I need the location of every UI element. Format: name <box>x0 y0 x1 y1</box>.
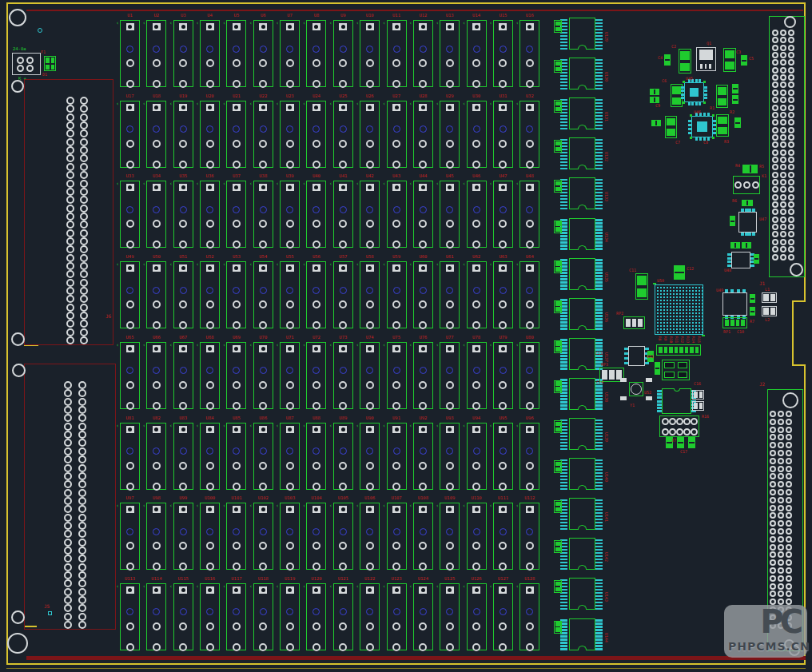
contact-pad <box>206 80 214 88</box>
smd-pad <box>560 638 567 641</box>
connector-pad <box>778 466 784 472</box>
soic8-ic[interactable] <box>731 252 750 268</box>
relay-ref-label: U104 <box>303 496 329 501</box>
connector-pad <box>64 464 72 472</box>
contact-pad <box>206 59 214 67</box>
smd-pad <box>595 506 603 508</box>
soic8-ic[interactable] <box>738 212 757 233</box>
smd-pad <box>560 519 567 521</box>
pin1-marker-icon: ‹ <box>356 101 359 107</box>
smd-pad <box>595 466 603 468</box>
connector-pad <box>788 45 794 51</box>
smd-pad <box>595 559 603 561</box>
connector-pad <box>770 567 776 574</box>
bga-ball <box>657 300 659 301</box>
rn-pad <box>609 370 615 380</box>
contact-pad <box>206 643 214 651</box>
soic8-ic[interactable] <box>628 346 645 366</box>
contact-pad <box>286 140 294 148</box>
smd-pad <box>727 260 731 263</box>
pad <box>655 97 659 102</box>
bga-ball <box>686 325 687 327</box>
dip-ic[interactable] <box>662 388 691 414</box>
smd-pad <box>595 420 603 422</box>
contact-pad <box>153 542 161 550</box>
relay-ref-label: U68 <box>197 336 223 340</box>
pin1-marker-icon: ‹ <box>356 423 359 429</box>
bga-ball <box>657 319 659 320</box>
contact-pad <box>153 80 161 88</box>
pin1-marker-icon: ‹ <box>409 584 412 590</box>
pad-ring <box>26 65 34 72</box>
connector-pad <box>770 583 776 590</box>
relay-ref-label: U84 <box>197 416 223 421</box>
bga-ball <box>676 319 678 320</box>
connector-pad <box>786 583 792 590</box>
relay-ref-label: U108 <box>410 496 436 501</box>
contact-pad <box>179 462 187 470</box>
bga-ball <box>689 300 691 301</box>
contact-pad <box>153 321 161 329</box>
rn-ref-label: R14 <box>691 336 695 343</box>
relay-ref-label: U93 <box>436 416 463 421</box>
connector-pad <box>780 89 786 96</box>
bga-ball <box>702 319 703 320</box>
relay-ref-label: U103 <box>277 496 303 501</box>
relay-ref-label: U111 <box>490 496 516 501</box>
dark-pad <box>678 362 688 368</box>
rn-pad <box>602 370 607 380</box>
connector-pad <box>78 539 86 547</box>
smd-pad <box>709 64 711 69</box>
power-terminal[interactable] <box>12 53 41 75</box>
coil-pad <box>180 125 187 133</box>
mounting-hole <box>7 633 28 654</box>
smd-pad <box>560 398 567 400</box>
bga-ball <box>679 309 681 311</box>
smd-pad <box>560 275 567 277</box>
relay-ref-label: U11 <box>384 14 410 18</box>
smd-pad <box>595 445 603 447</box>
coil-pad <box>526 528 533 535</box>
relay-ref-label: U25 <box>330 94 356 99</box>
rn-ref-label: R11 <box>674 336 678 343</box>
bga-ball <box>683 303 684 304</box>
bga-ball <box>670 322 671 324</box>
coil-pad <box>393 608 400 615</box>
contact-pad <box>153 381 161 389</box>
relay-ref-label: U30 <box>464 94 490 99</box>
pad <box>730 217 734 221</box>
pcb-canvas[interactable]: PC PHPCMS.CN J6J5J1J2U1‹U2‹U3‹U4‹U5‹U6‹U… <box>0 0 812 672</box>
relay-ref-label: U122 <box>356 577 383 582</box>
connector-pad <box>770 489 776 495</box>
pad <box>46 58 50 63</box>
contact-pad <box>286 161 294 169</box>
bga-ball <box>660 319 662 320</box>
rn-pad <box>669 347 673 353</box>
xtal-pad <box>646 396 652 400</box>
connector-pad <box>778 583 784 590</box>
smd-pad <box>595 503 603 505</box>
pin1-marker-icon: ‹ <box>436 21 439 26</box>
bga-ball <box>667 296 668 298</box>
smd-pad <box>657 390 662 392</box>
driver-ic-notch <box>578 405 587 410</box>
pin1-marker-icon: ‹ <box>383 503 386 509</box>
contact-pad <box>286 462 294 470</box>
connector-pad <box>66 279 74 287</box>
contact-pad <box>312 300 320 308</box>
bga-ball <box>663 293 665 295</box>
pin1-hole <box>501 266 505 270</box>
pin1-hole <box>341 105 345 109</box>
relay-ref-label: U47 <box>490 174 516 179</box>
soic8-ic[interactable] <box>722 292 747 316</box>
pin1-hole <box>208 105 212 109</box>
pad <box>683 81 685 83</box>
contact-pad <box>312 483 320 491</box>
bga-ball <box>670 312 671 314</box>
pin1-marker-icon: ‹ <box>515 343 519 348</box>
smd-pad <box>681 93 684 96</box>
contact-pad <box>472 622 480 630</box>
contact-pad <box>366 563 374 571</box>
bga-ball <box>667 312 668 314</box>
bga-ball <box>660 312 662 314</box>
